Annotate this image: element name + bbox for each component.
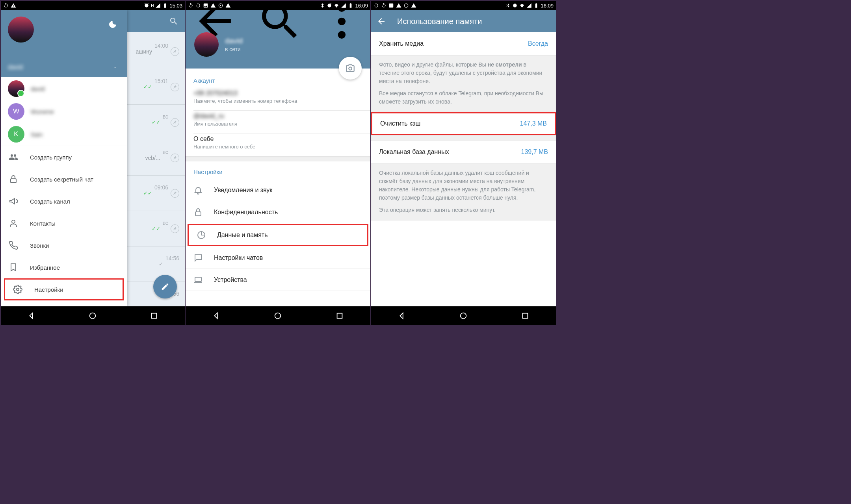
account-name-1: Wurwme xyxy=(31,108,54,115)
compose-fab[interactable] xyxy=(153,275,177,298)
svg-rect-13 xyxy=(195,277,201,282)
battery-icon xyxy=(348,3,353,8)
drawer-header: david xyxy=(1,10,127,77)
drawer-item-saved[interactable]: Избранное xyxy=(1,256,127,278)
night-mode-icon[interactable] xyxy=(108,20,117,32)
person-icon xyxy=(9,219,18,228)
local-db-value: 139,7 MB xyxy=(521,148,548,156)
svg-rect-0 xyxy=(11,179,16,183)
nav-home-icon[interactable] xyxy=(459,311,468,320)
local-db-label: Локальная база данных xyxy=(379,148,449,156)
more-icon[interactable] xyxy=(319,10,365,44)
svg-point-2 xyxy=(17,288,19,291)
account-row-0[interactable]: david xyxy=(1,77,127,100)
android-navbar xyxy=(1,306,185,325)
account-phone-hint: Нажмите, чтобы изменить номер телефона xyxy=(193,98,362,104)
drawer-item-secret-chat[interactable]: Создать секретный чат xyxy=(1,168,127,190)
nav-home-icon[interactable] xyxy=(273,311,282,320)
nav-recent-icon[interactable] xyxy=(521,311,530,320)
settings-row-notifications[interactable]: Уведомления и звук xyxy=(186,179,370,201)
svg-point-17 xyxy=(461,313,466,319)
sync-icon xyxy=(373,3,379,8)
svg-rect-4 xyxy=(152,313,157,319)
sync-icon xyxy=(381,3,386,8)
drawer-item-label: Создать секретный чат xyxy=(30,176,93,183)
battery-icon xyxy=(162,3,168,8)
settings-row-privacy[interactable]: Конфиденциальность xyxy=(186,201,370,223)
status-time: 16:09 xyxy=(355,3,368,9)
nav-back-icon[interactable] xyxy=(398,311,406,320)
account-phone: +99 207024013 xyxy=(193,90,362,97)
nav-recent-icon[interactable] xyxy=(150,311,158,320)
drawer-item-new-channel[interactable]: Создать канал xyxy=(1,190,127,212)
nav-home-icon[interactable] xyxy=(88,311,97,320)
settings-row-label: Уведомления и звук xyxy=(214,187,272,194)
nav-back-icon[interactable] xyxy=(27,311,36,320)
drawer-item-new-group[interactable]: Создать группу xyxy=(1,146,127,168)
local-db-row[interactable]: Локальная база данных 139,7 MB xyxy=(371,141,556,163)
settings-row-devices[interactable]: Устройства xyxy=(186,269,370,291)
warning-icon xyxy=(225,3,231,8)
account-bio-row[interactable]: О себе Напишите немного о себе xyxy=(186,133,370,156)
wifi-icon xyxy=(519,3,525,8)
profile-avatar[interactable] xyxy=(194,32,219,57)
alarm-icon xyxy=(327,3,332,8)
android-navbar xyxy=(186,306,370,325)
back-icon[interactable] xyxy=(377,17,386,26)
account-username-row[interactable]: @david_ru Имя пользователя xyxy=(186,111,370,133)
settings-row-label: Данные и память xyxy=(217,232,268,239)
settings-row-data-storage[interactable]: Данные и память xyxy=(188,224,368,246)
statusbar-2: 16:09 xyxy=(186,1,370,10)
account-name-2: Sain xyxy=(31,131,43,138)
drawer-item-contacts[interactable]: Контакты xyxy=(1,212,127,234)
status-time: 15:03 xyxy=(169,3,182,9)
sync-icon xyxy=(3,3,9,8)
settings-row-label: Конфиденциальность xyxy=(214,209,278,216)
gear-icon xyxy=(13,285,22,294)
account-username: @david_ru xyxy=(193,113,362,120)
user-avatar[interactable] xyxy=(8,17,34,43)
sync-icon xyxy=(195,3,201,8)
statusbar-3: 16:09 xyxy=(371,1,556,10)
account-row-1[interactable]: W Wurwme xyxy=(1,100,127,123)
drawer-item-label: Звонки xyxy=(30,242,49,249)
profile-status: в сети xyxy=(225,46,243,52)
pin-icon xyxy=(171,118,179,127)
camera-fab[interactable] xyxy=(339,57,362,80)
check-icon: ✓✓ xyxy=(143,84,152,90)
nav-recent-icon[interactable] xyxy=(335,311,344,320)
image-icon xyxy=(388,3,394,8)
expand-accounts-icon[interactable] xyxy=(113,65,117,70)
pin-icon xyxy=(171,224,179,233)
account-phone-row[interactable]: +99 207024013 Нажмите, чтобы изменить но… xyxy=(186,88,370,110)
warning-icon xyxy=(11,3,16,8)
alarm-icon xyxy=(144,3,149,8)
drawer-item-calls[interactable]: Звонки xyxy=(1,234,127,256)
phone-1: H 15:03 ашину14:00 ✓✓15:01 ✓✓вс veb/...в… xyxy=(0,0,186,326)
search-icon[interactable] xyxy=(169,17,178,26)
signal-icon xyxy=(155,3,161,8)
drawer-item-label: Настройки xyxy=(34,286,63,293)
clear-cache-row[interactable]: Очистить кэш 147,3 MB xyxy=(371,112,556,135)
check-icon: ✓✓ xyxy=(143,190,152,196)
svg-point-8 xyxy=(338,17,346,25)
laptop-icon xyxy=(193,275,203,285)
account-bio-hint: Напишите немного о себе xyxy=(193,144,362,150)
drawer-item-settings[interactable]: Настройки xyxy=(4,278,124,300)
search-icon[interactable] xyxy=(256,10,304,45)
bluetooth-icon xyxy=(320,3,325,8)
group-icon xyxy=(9,152,18,162)
settings-row-label: Настройки чатов xyxy=(214,254,263,261)
lock-icon xyxy=(193,208,203,217)
bell-icon xyxy=(193,185,203,195)
settings-row-chat[interactable]: Настройки чатов xyxy=(186,247,370,269)
megaphone-icon xyxy=(9,196,18,206)
keep-media-row[interactable]: Хранить медиа Всегда xyxy=(371,32,556,55)
account-row-2[interactable]: K Sain xyxy=(1,123,127,146)
wifi-icon xyxy=(334,3,339,8)
pin-icon xyxy=(171,47,179,56)
svg-rect-18 xyxy=(522,313,528,319)
nav-back-icon[interactable] xyxy=(212,311,221,320)
check-icon: ✓✓ xyxy=(152,119,160,125)
svg-rect-11 xyxy=(195,212,201,216)
